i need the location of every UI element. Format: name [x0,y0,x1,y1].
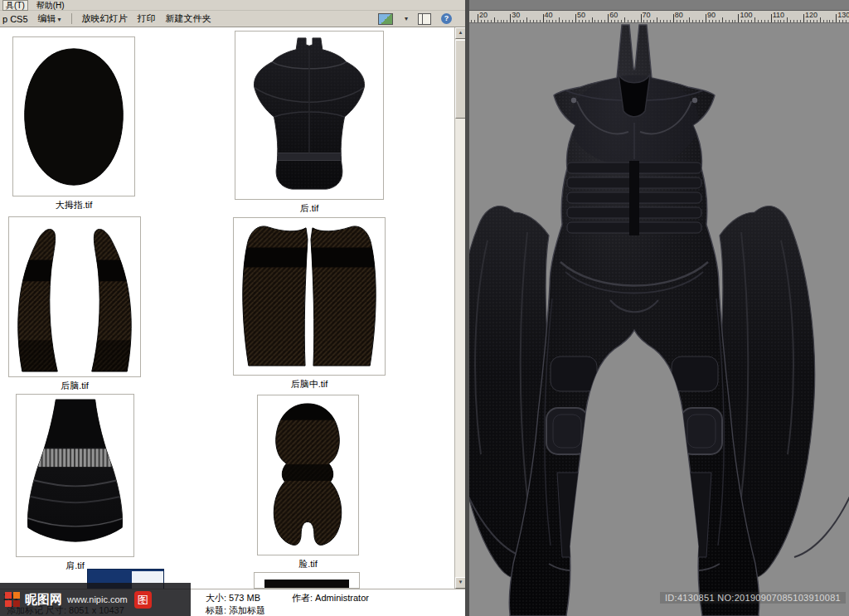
ruler-tick [673,14,674,22]
app-title: p CS5 [2,14,28,24]
ruler-tick [699,20,700,22]
ruler-tick [491,20,492,22]
ruler-tick-label: 60 [609,11,618,19]
ruler-tick [520,20,521,22]
thumbnail-card-headback-mid[interactable] [233,217,386,376]
ruler-tick [725,20,726,22]
ruler-tick [481,20,482,22]
ruler-tick-label: 110 [773,11,784,19]
toolbar: p CS5 编辑▾ 放映幻灯片 打印 新建文件夹 ▾ ? [0,11,465,27]
help-icon[interactable]: ? [441,13,452,24]
thumbnail-label: 大拇指.tif [12,200,135,211]
menu-tools[interactable]: 具(T) [2,0,28,11]
nipic-logo-block [5,592,12,599]
ruler-tick-label: 90 [707,11,716,19]
ruler-tick [507,20,507,22]
ruler-tick [657,17,657,22]
ruler-tick [643,20,644,22]
status-author: 作者: Administrator [292,592,369,604]
ruler-tick [677,20,677,22]
ruler-tick [670,20,671,22]
ruler-tick [510,14,511,22]
ruler-tick [594,20,595,22]
ruler-tick [771,14,772,22]
new-folder-button[interactable]: 新建文件夹 [166,12,211,25]
ruler-tick [618,20,619,22]
ruler-tick [680,20,681,22]
ruler-tick [526,17,527,22]
menubar: 具(T) 帮助(H) [0,0,465,11]
ruler-tick [790,20,791,22]
ruler-tick [719,20,720,22]
ruler-tick [592,17,593,22]
ruler-tick [807,20,808,22]
ruler-tick [784,20,784,22]
nipic-stamp-icon: 图 [134,591,152,609]
ruler-tick [598,20,599,22]
slideshow-button[interactable]: 放映幻灯片 [82,12,128,25]
ruler-tick-label: 100 [740,11,752,19]
ruler-tick [474,20,475,22]
ruler-tick [471,20,472,22]
print-button[interactable]: 打印 [138,12,156,25]
ruler-tick [614,20,615,22]
ruler-tick [709,20,710,22]
nipic-watermark: 昵图网 www.nipic.com 图 [0,583,191,616]
ruler-tick [780,20,781,22]
menu-help[interactable]: 帮助(H) [36,1,65,10]
ruler-tick [653,20,654,22]
edit-menu-label: 编辑 [38,13,56,23]
vertical-scrollbar[interactable]: ▲ ▼ [454,27,465,589]
nipic-logo-block [13,600,20,607]
edit-menu[interactable]: 编辑▾ [38,12,61,25]
ruler: 2030405060708090100110120130 [469,11,849,23]
ruler-tick [745,20,745,22]
ruler-tick [494,17,495,22]
ruler-tick [774,20,775,22]
document-canvas[interactable]: ID:4130851 NO:20190907085103910081 [469,23,849,616]
ruler-tick [540,20,541,22]
ruler-tick [552,20,553,22]
ruler-tick-label: 50 [577,11,585,19]
ruler-tick [836,14,837,22]
chevron-down-icon[interactable]: ▾ [405,15,408,22]
ruler-tick [832,20,833,22]
thumbnail-card-headback[interactable] [8,216,141,377]
thumbnail-card-face[interactable] [257,395,359,555]
ruler-tick [484,20,485,22]
ruler-tick [768,20,769,22]
panel-layout-icon[interactable] [418,13,431,25]
ruler-tick [741,20,742,22]
ruler-tick [754,17,755,22]
ruler-tick-label: 80 [675,11,683,19]
ruler-tick [579,20,580,22]
canvas-id-watermark: ID:4130851 NO:20190907085103910081 [660,592,846,604]
thumbnail-card-partial[interactable] [254,572,360,589]
ruler-tick-label: 120 [805,11,817,19]
thumbnail-card-back[interactable] [235,31,384,200]
ruler-tick [628,20,628,22]
back-pattern-shape [235,32,383,199]
preview-image-icon[interactable] [378,13,393,25]
ruler-tick-label: 30 [512,11,520,19]
status-file-size: 大小: 573 MB [206,592,260,604]
ruler-tick [503,20,504,22]
ruler-tick-label: 20 [479,11,488,19]
ruler-tick [735,20,735,22]
ruler-tick [787,17,788,22]
ruler-tick [478,14,478,22]
ruler-tick [585,20,586,22]
ruler-tick [692,20,693,22]
ruler-tick [827,20,827,22]
ruler-tick [778,20,779,22]
ruler-tick [748,20,749,22]
status-title[interactable]: 标题: 添加标题 [206,604,265,616]
ruler-tick [829,20,830,22]
thumbnail-card-shoulder[interactable] [16,394,134,557]
thumbnail-label: 后脑中.tif [233,379,386,390]
ruler-tick [611,20,612,22]
ruler-tick [663,20,664,22]
ruler-tick [696,20,696,22]
thumbnail-card-thumb[interactable] [12,36,135,196]
thumb-pattern-shape [13,37,134,196]
